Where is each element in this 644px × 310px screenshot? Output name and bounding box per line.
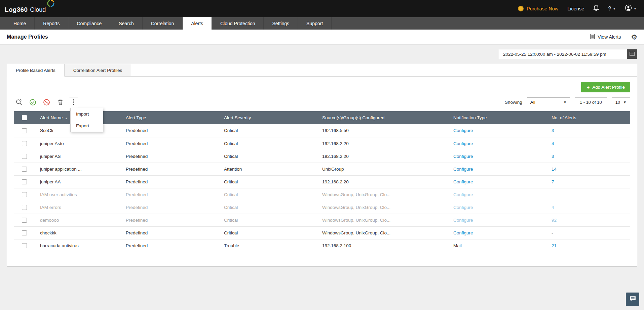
configure-link[interactable]: Configure: [453, 205, 473, 210]
nav-tab-home[interactable]: Home: [5, 17, 35, 30]
cell-source: WindowsGroup, UnixGroup, Clo...: [317, 201, 449, 214]
more-actions-menu: Import Export: [70, 108, 103, 132]
configure-link[interactable]: Configure: [453, 154, 473, 159]
cell-notification: Mail: [449, 239, 547, 252]
cell-alert-count: 4: [547, 201, 630, 214]
page-header-actions: View Alerts ⚙: [590, 34, 637, 41]
calendar-icon: [630, 51, 635, 57]
view-alerts-button[interactable]: View Alerts: [590, 34, 621, 40]
chevron-down-icon: ▼: [634, 7, 637, 10]
chat-bubble-icon: [629, 296, 636, 303]
row-checkbox[interactable]: [22, 179, 27, 184]
nav-tab-correlation[interactable]: Correlation: [143, 17, 183, 30]
menu-item-export[interactable]: Export: [71, 120, 103, 132]
cell-source: 192.168.2.20: [317, 175, 449, 188]
tab-profile-based-alerts[interactable]: Profile Based Alerts: [7, 64, 65, 77]
nav-tab-compliance[interactable]: Compliance: [68, 17, 110, 30]
table-row: checkkk Predefined Critical WindowsGroup…: [14, 226, 630, 239]
disable-profile-icon[interactable]: [41, 97, 51, 107]
chevron-down-icon: ▼: [563, 100, 567, 104]
cell-alert-count: 92: [547, 214, 630, 226]
plus-icon: +: [586, 85, 590, 90]
table-row: IAM errors Predefined Critical WindowsGr…: [14, 201, 630, 214]
cell-alert-severity: Trouble: [219, 239, 317, 252]
menu-item-import[interactable]: Import: [71, 108, 103, 120]
help-menu-button[interactable]: ? ▼: [608, 6, 616, 12]
pagination-range: 1 - 10 of 10: [575, 97, 607, 107]
cell-alert-count: -: [547, 188, 630, 201]
date-filter-row: 2022-05-25 12:00:00 am - 2022-06-02 11:5…: [0, 45, 644, 59]
more-actions-icon[interactable]: [69, 97, 78, 107]
purchase-now-label: Purchase Now: [527, 6, 558, 11]
log360-cloud-logo[interactable]: Log360 Cloud: [5, 4, 55, 13]
alert-count-link[interactable]: 4: [552, 205, 554, 210]
gear-icon[interactable]: ⚙: [631, 34, 637, 41]
cell-alert-severity: Critical: [219, 175, 317, 188]
notifications-button[interactable]: [593, 5, 599, 12]
row-checkbox[interactable]: [22, 230, 27, 235]
table-row: demoooo Predefined Critical WindowsGroup…: [14, 214, 630, 226]
row-checkbox[interactable]: [22, 205, 27, 210]
nav-tab-alerts[interactable]: Alerts: [183, 17, 212, 30]
chevron-down-icon: ▼: [623, 100, 627, 104]
logo-text-light: Cloud: [30, 6, 46, 13]
alert-count-link[interactable]: 3: [552, 154, 554, 159]
configure-link[interactable]: Configure: [453, 167, 473, 172]
cell-alert-name: juniper application ...: [35, 163, 121, 175]
alert-count-link[interactable]: 7: [552, 179, 554, 184]
row-checkbox[interactable]: [22, 141, 27, 146]
alert-count-empty: -: [552, 230, 553, 235]
cell-notification: Configure: [449, 214, 547, 226]
tab-correlation-alert-profiles[interactable]: Correlation Alert Profiles: [65, 64, 131, 76]
configure-link[interactable]: Configure: [453, 141, 473, 146]
enable-profile-icon[interactable]: [28, 97, 38, 107]
alert-profiles-table: Alert Name▲ Alert Type Alert Severity So…: [14, 111, 630, 252]
nav-tab-support[interactable]: Support: [298, 17, 332, 30]
cell-alert-name: IAM errors: [35, 201, 121, 214]
configure-link[interactable]: Configure: [453, 230, 473, 235]
alert-count-link[interactable]: 21: [552, 243, 557, 248]
bell-icon: [593, 5, 599, 12]
row-checkbox[interactable]: [22, 167, 27, 172]
license-button[interactable]: License: [567, 6, 584, 11]
nav-tab-settings[interactable]: Settings: [264, 17, 298, 30]
alert-count-link[interactable]: 3: [552, 128, 554, 133]
configure-link[interactable]: Configure: [453, 128, 473, 133]
showing-filter-select[interactable]: All ▼: [527, 97, 570, 107]
row-checkbox[interactable]: [22, 243, 27, 248]
search-profiles-icon[interactable]: [14, 97, 24, 107]
purchase-now-button[interactable]: Purchase Now: [518, 6, 558, 11]
chat-feedback-button[interactable]: [626, 293, 639, 306]
column-notification-type: Notification Type: [449, 111, 547, 124]
page-size-select[interactable]: 10 ▼: [612, 97, 630, 107]
date-range-picker: 2022-05-25 12:00:00 am - 2022-06-02 11:5…: [499, 49, 637, 59]
alert-count-link[interactable]: 14: [552, 167, 557, 172]
cell-notification: Configure: [449, 163, 547, 175]
row-checkbox[interactable]: [22, 128, 27, 133]
panel-tab-strip: Profile Based Alerts Correlation Alert P…: [7, 64, 637, 77]
configure-link[interactable]: Configure: [453, 179, 473, 184]
calendar-button[interactable]: [627, 49, 637, 59]
add-alert-profile-label: Add Alert Profile: [592, 85, 625, 90]
nav-tab-reports[interactable]: Reports: [35, 17, 68, 30]
row-checkbox[interactable]: [22, 218, 27, 223]
row-checkbox[interactable]: [22, 154, 27, 159]
nav-tab-search[interactable]: Search: [110, 17, 142, 30]
page-header: Manage Profiles View Alerts ⚙: [0, 30, 644, 45]
account-menu-button[interactable]: ▼: [625, 4, 637, 13]
row-checkbox[interactable]: [22, 192, 27, 197]
add-alert-profile-button[interactable]: + Add Alert Profile: [581, 82, 630, 92]
page-title: Manage Profiles: [7, 34, 48, 40]
alert-count-link[interactable]: 92: [552, 218, 557, 223]
cell-source: WindowsGroup, UnixGroup, Clo...: [317, 226, 449, 239]
configure-link[interactable]: Configure: [453, 218, 473, 223]
cell-alert-name: IAM user activities: [35, 188, 121, 201]
select-all-checkbox[interactable]: [22, 115, 27, 120]
column-no-of-alerts: No. of Alerts: [547, 111, 630, 124]
delete-profile-icon[interactable]: [55, 97, 65, 107]
nav-tab-cloud-protection[interactable]: Cloud Protection: [212, 17, 264, 30]
alert-count-link[interactable]: 4: [552, 141, 554, 146]
toolbar-right-controls: Showing All ▼ 1 - 10 of 10 10 ▼: [505, 97, 630, 107]
configure-link[interactable]: Configure: [453, 192, 473, 197]
date-range-value[interactable]: 2022-05-25 12:00:00 am - 2022-06-02 11:5…: [499, 49, 627, 59]
